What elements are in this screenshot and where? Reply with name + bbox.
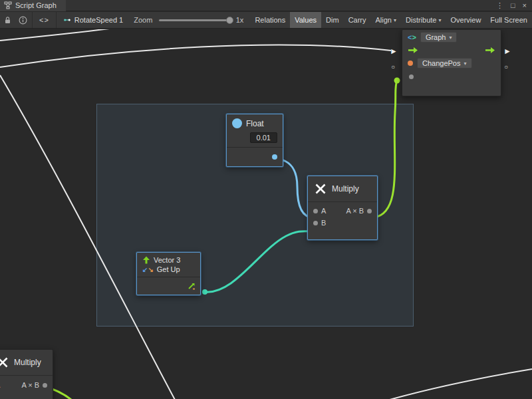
overview-button[interactable]: Overview bbox=[446, 12, 485, 28]
vector3-node-body bbox=[137, 277, 200, 295]
info-button[interactable] bbox=[15, 12, 31, 28]
zoom-slider[interactable] bbox=[159, 19, 230, 21]
script-graph-icon bbox=[4, 1, 12, 9]
input-port-row bbox=[402, 70, 501, 79]
output-port[interactable] bbox=[43, 383, 47, 388]
chevron-down-icon: ▾ bbox=[394, 17, 396, 23]
vector3-node-title: Vector 3 bbox=[154, 256, 180, 264]
code-close-glyph: > bbox=[412, 33, 416, 41]
values-button[interactable]: Values bbox=[290, 12, 321, 28]
multiply-node-title: Multiply bbox=[14, 358, 41, 367]
zoom-label: Zoom bbox=[134, 16, 152, 24]
graph-node-header: <> Graph ▾ bbox=[402, 30, 501, 44]
float-node[interactable]: Float 0.01 bbox=[226, 114, 283, 167]
graph-dropdown-label: Graph bbox=[426, 33, 446, 41]
wire-white-top-left[interactable] bbox=[0, 29, 114, 41]
multiply-node-header: Multiply bbox=[0, 350, 53, 375]
code-view-button[interactable]: <> bbox=[34, 12, 55, 28]
flow-output-triangle-icon[interactable]: ► bbox=[503, 47, 511, 56]
multiply-node-partial[interactable]: Multiply A A × B bbox=[0, 349, 53, 399]
wire-white-to-graph-input[interactable] bbox=[0, 45, 391, 67]
axes-icon: ↙↘ bbox=[142, 265, 154, 273]
graph-toolbar: <> RotateSpeed 1 Zoom 1x Relations Value… bbox=[0, 12, 532, 29]
multiply-icon bbox=[0, 356, 9, 368]
port-dot[interactable] bbox=[409, 74, 414, 79]
getup-subtitle: Get Up bbox=[157, 265, 180, 273]
values-label: Values bbox=[295, 16, 317, 24]
graph-input-connected-port[interactable] bbox=[394, 78, 400, 84]
vector3-node-header: Vector 3 ↙↘ Get Up bbox=[137, 253, 200, 277]
getup-output-port[interactable] bbox=[202, 289, 207, 295]
float-node-body bbox=[227, 148, 283, 166]
multiply-node-header: Multiply bbox=[308, 176, 377, 201]
info-icon bbox=[19, 16, 27, 25]
chevron-down-icon: ▾ bbox=[438, 17, 441, 23]
float-node-header: Float bbox=[227, 114, 283, 132]
dim-label: Dim bbox=[326, 16, 339, 24]
multiply-row-b: B bbox=[308, 217, 377, 229]
breadcrumb[interactable]: RotateSpeed 1 bbox=[58, 16, 130, 24]
fullscreen-label: Full Screen bbox=[490, 16, 527, 24]
graph-asset-icon bbox=[63, 16, 71, 24]
value-input-circle-icon[interactable]: ○ bbox=[391, 63, 395, 70]
align-button[interactable]: Align ▾ bbox=[371, 12, 401, 28]
maximize-icon[interactable]: □ bbox=[511, 1, 515, 9]
graph-canvas[interactable]: ► ► ○ ○ <> Graph ▾ Chang bbox=[0, 29, 532, 399]
multiply-icon bbox=[315, 183, 327, 195]
carry-label: Carry bbox=[348, 16, 366, 24]
multiply-node[interactable]: Multiply A A × B B bbox=[307, 176, 378, 240]
zoom-slider-handle[interactable] bbox=[226, 17, 233, 24]
lock-icon bbox=[4, 16, 11, 24]
wire-getup-to-multiply-b[interactable] bbox=[205, 231, 313, 293]
lock-button[interactable] bbox=[0, 12, 15, 28]
close-icon[interactable]: × bbox=[523, 1, 527, 9]
align-label: Align bbox=[376, 16, 392, 24]
code-icon: <> bbox=[34, 16, 55, 24]
window-titlebar: Script Graph ⋮ □ × bbox=[0, 0, 532, 11]
overview-label: Overview bbox=[450, 16, 481, 24]
relations-button[interactable]: Relations bbox=[250, 12, 290, 28]
fullscreen-button[interactable]: Full Screen bbox=[485, 12, 532, 28]
flow-input-triangle-icon[interactable]: ► bbox=[390, 47, 398, 56]
float-node-title: Float bbox=[246, 119, 264, 128]
zoom-value: 1x bbox=[236, 16, 244, 24]
input-port-b[interactable] bbox=[313, 221, 318, 225]
carry-button[interactable]: Carry bbox=[344, 12, 371, 28]
toolbar-separator bbox=[56, 12, 57, 28]
window-menu-icon[interactable]: ⋮ bbox=[496, 1, 503, 10]
output-label: A × B bbox=[346, 207, 364, 215]
port-a-label: A bbox=[321, 207, 326, 215]
distribute-button[interactable]: Distribute ▾ bbox=[401, 12, 446, 28]
graph-unit-node[interactable]: <> Graph ▾ ChangePos ▾ bbox=[402, 29, 501, 96]
tab-title: Script Graph bbox=[15, 1, 57, 9]
up-arrow-icon bbox=[142, 256, 150, 264]
tab-script-graph[interactable]: Script Graph bbox=[0, 0, 66, 11]
wire-white-bottom-right[interactable] bbox=[390, 369, 532, 399]
dim-button[interactable]: Dim bbox=[321, 12, 344, 28]
output-port[interactable] bbox=[367, 209, 372, 213]
variable-port-dot[interactable] bbox=[408, 61, 413, 66]
float-value-field[interactable]: 0.01 bbox=[250, 132, 277, 143]
breadcrumb-label: RotateSpeed 1 bbox=[74, 16, 123, 24]
graph-dropdown[interactable]: Graph ▾ bbox=[420, 32, 458, 43]
chevron-down-icon: ▾ bbox=[464, 61, 467, 66]
value-output-circle-icon[interactable]: ○ bbox=[504, 63, 508, 70]
multiply-row-a: A A × B bbox=[308, 205, 377, 217]
float-type-icon bbox=[232, 118, 242, 128]
flow-arrow-out-icon[interactable] bbox=[485, 47, 495, 54]
float-output-dot[interactable] bbox=[272, 154, 277, 160]
input-port-a[interactable] bbox=[313, 209, 318, 213]
chevron-down-icon: ▾ bbox=[449, 35, 452, 41]
vector3-getup-node[interactable]: Vector 3 ↙↘ Get Up bbox=[136, 252, 201, 295]
relations-label: Relations bbox=[255, 16, 285, 24]
multiply-row-a: A A × B bbox=[0, 376, 53, 391]
distribute-label: Distribute bbox=[406, 16, 436, 24]
variable-row: ChangePos ▾ bbox=[402, 56, 501, 70]
axis-se-arrow-icon: ↘ bbox=[148, 266, 153, 273]
graph-flow-ports-row bbox=[402, 44, 501, 56]
visual-script-icon: <> bbox=[408, 33, 416, 41]
multiply-node-title: Multiply bbox=[332, 184, 359, 194]
variable-dropdown[interactable]: ChangePos ▾ bbox=[417, 58, 472, 68]
flow-arrow-in-icon[interactable] bbox=[408, 47, 418, 54]
transform-output-icon[interactable] bbox=[187, 281, 196, 291]
